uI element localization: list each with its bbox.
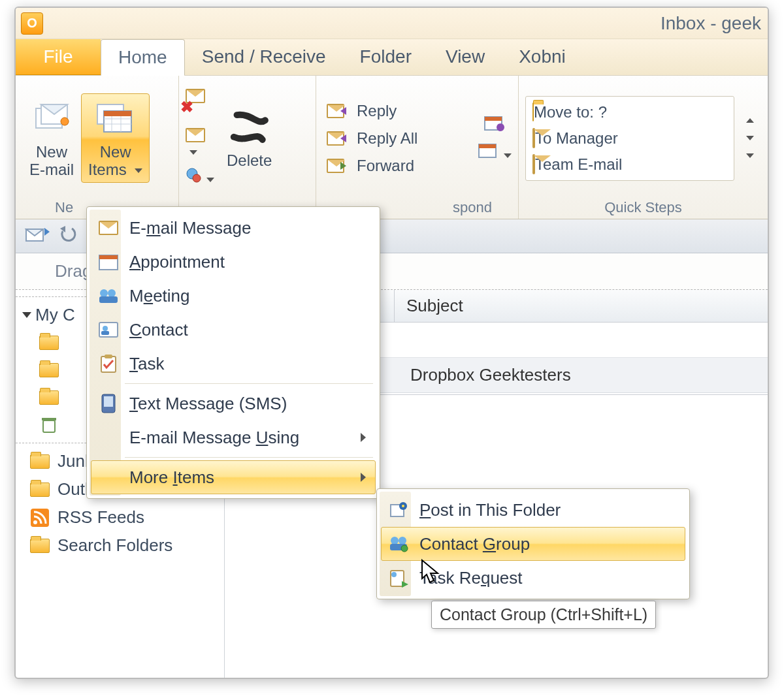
folder-icon [38, 333, 60, 353]
svg-rect-6 [104, 111, 131, 116]
new-items-button[interactable]: New Items [81, 93, 150, 183]
quick-steps-gallery[interactable]: Move to: ? To Manager Team E-mail [525, 96, 734, 181]
svg-marker-46 [402, 581, 408, 588]
new-email-button[interactable]: New E-mail [22, 93, 81, 183]
quick-step-move-to[interactable]: Move to: ? [526, 99, 734, 125]
post-icon [388, 499, 409, 520]
tab-file[interactable]: File [16, 39, 101, 75]
svg-rect-22 [42, 418, 56, 420]
contact-group-icon [388, 533, 409, 554]
tab-send-receive[interactable]: Send / Receive [185, 39, 343, 75]
svg-rect-17 [479, 144, 496, 148]
ribbon-group-quick-steps: Move to: ? To Manager Team E-mail Quick … [519, 76, 768, 219]
nav-search-folders[interactable]: Search Folders [16, 531, 224, 560]
submenu-post-in-folder[interactable]: Post in This Folder [381, 493, 685, 527]
outlook-app-icon: O [21, 12, 43, 35]
to-manager-icon [532, 129, 535, 148]
appointment-icon [98, 251, 119, 272]
reply-icon [327, 102, 350, 120]
chevron-down-icon [206, 178, 214, 182]
tab-xobni[interactable]: Xobni [502, 39, 583, 75]
search-folder-icon [29, 536, 51, 556]
submenu-contact-group[interactable]: Contact Group [381, 527, 685, 561]
junk-icon[interactable] [186, 167, 214, 188]
tab-folder[interactable]: Folder [343, 39, 429, 75]
menu-email-using[interactable]: E-mail Message Using [91, 420, 376, 454]
svg-rect-26 [99, 255, 118, 259]
mail-subject: Dropbox Geektesters [410, 365, 571, 385]
trash-icon [38, 415, 60, 435]
forward-icon [327, 157, 350, 175]
submenu-arrow-icon [361, 473, 366, 482]
menu-contact[interactable]: Contact [91, 313, 376, 347]
menu-task[interactable]: Task [91, 347, 376, 381]
submenu-arrow-icon [361, 433, 366, 442]
reply-all-icon [327, 129, 350, 148]
svg-rect-36 [104, 396, 113, 407]
chevron-down-icon [504, 153, 512, 158]
menu-meeting[interactable]: Meeting [91, 279, 376, 313]
window-title: Inbox - geek [661, 13, 761, 34]
menu-text-message[interactable]: Text Message (SMS) [91, 387, 376, 420]
column-subject[interactable]: Subject [395, 290, 768, 322]
gallery-down-icon[interactable] [746, 136, 754, 140]
expand-arrow-icon [22, 312, 31, 318]
cursor-icon [421, 559, 443, 585]
contact-icon [98, 319, 119, 340]
svg-rect-34 [105, 355, 112, 358]
folder-icon [38, 388, 60, 407]
svg-point-15 [497, 123, 504, 131]
menu-appointment[interactable]: Appointment [91, 245, 376, 279]
svg-marker-47 [422, 560, 438, 582]
meeting-icon [98, 285, 119, 306]
task-icon [98, 353, 119, 374]
nav-rss[interactable]: RSS Feeds [16, 503, 224, 531]
svg-point-41 [399, 537, 406, 545]
tab-home[interactable]: Home [101, 39, 185, 76]
svg-point-45 [391, 572, 397, 577]
svg-point-43 [401, 545, 408, 552]
gallery-more-icon[interactable] [746, 153, 754, 158]
svg-rect-21 [43, 420, 55, 432]
new-items-icon [95, 98, 137, 140]
ribbon-group-new: New E-mail New Items Ne [16, 76, 179, 219]
tab-view[interactable]: View [429, 39, 502, 75]
ignore-icon[interactable]: ✖ [186, 89, 214, 121]
svg-point-24 [33, 520, 37, 524]
new-items-menu: E-mail Message Appointment Meeting Conta… [86, 206, 380, 499]
more-respond-icon[interactable] [478, 140, 512, 164]
chevron-down-icon [189, 150, 197, 155]
new-email-icon [31, 98, 73, 140]
svg-rect-23 [31, 509, 49, 527]
svg-point-12 [193, 174, 201, 182]
reply-button[interactable]: Reply [323, 99, 478, 123]
chevron-down-icon [135, 168, 142, 173]
new-items-label: New Items [88, 143, 131, 178]
team-email-icon [532, 155, 535, 174]
menu-email-message[interactable]: E-mail Message [91, 211, 376, 245]
folder-icon [38, 360, 60, 380]
menu-more-items[interactable]: More Items [91, 460, 376, 494]
email-message-icon [98, 217, 119, 238]
tooltip: Contact Group (Ctrl+Shift+L) [431, 601, 656, 629]
svg-point-28 [108, 289, 116, 297]
svg-point-27 [100, 289, 108, 297]
sms-icon [98, 393, 119, 414]
title-bar: O Inbox - geek [16, 8, 768, 39]
svg-rect-32 [101, 331, 109, 335]
new-email-label: New E-mail [29, 144, 74, 178]
quick-step-team-email[interactable]: Team E-mail [526, 151, 734, 178]
folder-move-icon [532, 103, 534, 121]
cleanup-icon[interactable] [186, 128, 214, 161]
delete-button[interactable]: Delete [220, 102, 279, 174]
delete-icon [229, 106, 270, 148]
meeting-reply-icon[interactable] [483, 113, 506, 136]
reply-all-button[interactable]: Reply All [323, 127, 478, 150]
rss-icon [29, 508, 51, 528]
send-receive-icon[interactable] [25, 224, 51, 249]
forward-button[interactable]: Forward [323, 154, 478, 178]
quick-step-to-manager[interactable]: To Manager [526, 125, 734, 151]
ribbon: New E-mail New Items Ne ✖ [16, 76, 768, 219]
undo-icon[interactable] [57, 225, 80, 248]
gallery-up-icon[interactable] [746, 118, 754, 123]
